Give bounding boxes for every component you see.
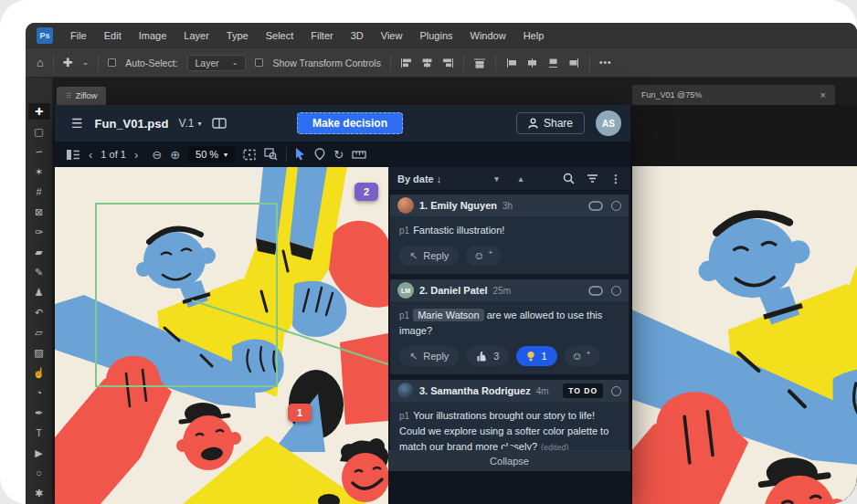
menu-window[interactable]: Window <box>471 30 506 41</box>
quick-select-tool[interactable]: ✶ <box>28 163 50 180</box>
dodge-tool[interactable]: ◔ <box>28 384 50 401</box>
thumbnails-panel-icon[interactable] <box>66 149 80 161</box>
close-icon[interactable]: × <box>820 89 826 100</box>
share-button[interactable]: Share <box>516 112 585 134</box>
comment-pin-2[interactable]: 2 <box>354 183 378 201</box>
document-view[interactable] <box>630 105 857 504</box>
menu-filter[interactable]: Filter <box>311 30 333 41</box>
frame-tool[interactable]: ⊠ <box>28 204 50 220</box>
status-circle-icon[interactable] <box>611 286 621 296</box>
crop-tool[interactable]: # <box>28 184 50 200</box>
history-brush-tool[interactable]: ↶ <box>28 304 50 320</box>
menu-plugins[interactable]: Plugins <box>419 30 452 41</box>
zoom-out-icon[interactable]: ⊖ <box>152 149 162 161</box>
divider <box>53 55 54 71</box>
proof-canvas[interactable]: 2 1 <box>55 167 388 504</box>
hand-tool[interactable]: ✱ <box>28 485 50 501</box>
menu-image[interactable]: Image <box>139 30 167 41</box>
photoshop-logo-icon[interactable]: Ps <box>37 27 53 44</box>
menu-bar: Ps File Edit Image Layer Type Select Fil… <box>26 23 857 48</box>
menu-file[interactable]: File <box>70 30 87 41</box>
comments-sort-bar: By date ↓ ▾ ▴ ⋮ <box>388 167 630 191</box>
zoom-in-icon[interactable]: ⊕ <box>170 149 180 161</box>
comment-card[interactable]: 1. Emily Nguyen 3h p1Fantastic illustrat… <box>390 194 629 274</box>
align-top-icon[interactable] <box>473 58 486 68</box>
distribute-vertical-icon[interactable] <box>547 58 559 68</box>
marquee-tool[interactable]: ▢ <box>28 123 50 140</box>
stamp-tool[interactable]: ♟ <box>28 284 50 300</box>
shape-tool[interactable]: ○ <box>28 465 50 481</box>
chevron-down-icon[interactable]: ▾ <box>494 174 499 184</box>
zoom-area-icon[interactable] <box>264 148 278 161</box>
status-circle-icon[interactable] <box>611 201 621 211</box>
eyedropper-tool[interactable]: ✑ <box>28 224 50 240</box>
menu-select[interactable]: Select <box>266 30 294 41</box>
ruler-icon[interactable] <box>352 150 366 160</box>
menu-type[interactable]: Type <box>227 30 249 41</box>
user-avatar[interactable]: AS <box>596 110 621 136</box>
status-circle-icon[interactable] <box>611 386 621 396</box>
next-page-icon[interactable]: › <box>134 149 138 161</box>
zoom-level-select[interactable]: 50 % ▾ <box>188 146 235 163</box>
menu-3d[interactable]: 3D <box>351 30 364 41</box>
select-cursor-icon[interactable] <box>295 148 306 161</box>
version-select[interactable]: V.1 ▾ <box>178 117 201 130</box>
distribute-left-icon[interactable] <box>505 58 517 68</box>
fit-screen-icon[interactable] <box>243 149 256 161</box>
auto-select-checkbox[interactable] <box>108 58 116 67</box>
show-transform-checkbox[interactable] <box>255 58 263 67</box>
add-reaction-button[interactable]: ☺+ <box>565 346 600 366</box>
chevron-up-icon[interactable]: ▴ <box>519 174 524 184</box>
comment-pin-1[interactable]: 1 <box>288 404 312 422</box>
sort-by-select[interactable]: By date ↓ <box>397 173 441 184</box>
smudge-tool[interactable]: ☝ <box>28 364 50 381</box>
search-icon[interactable] <box>563 173 575 184</box>
reply-button[interactable]: ↖ Reply <box>399 346 459 366</box>
more-options-icon[interactable]: ••• <box>599 58 612 68</box>
status-badge[interactable]: TO DO <box>563 383 603 398</box>
prev-page-icon[interactable]: ‹ <box>89 149 92 161</box>
compare-versions-icon[interactable] <box>212 118 227 129</box>
align-center-icon[interactable] <box>421 58 433 68</box>
make-decision-button[interactable]: Make decision <box>297 112 403 134</box>
collapse-button[interactable]: Collapse <box>388 450 630 471</box>
layer-select[interactable]: Layer ⌄ <box>187 55 247 71</box>
comment-pin-icon[interactable] <box>314 148 325 161</box>
align-right-icon[interactable] <box>442 58 454 68</box>
align-left-icon[interactable] <box>400 58 412 68</box>
reply-button[interactable]: ↖ Reply <box>399 246 459 266</box>
rotate-icon[interactable]: ↻ <box>333 149 344 161</box>
add-reaction-button[interactable]: ☺+ <box>466 246 502 266</box>
menu-icon[interactable]: ☰ <box>71 116 83 131</box>
chevron-down-icon[interactable]: ⌄ <box>82 58 90 67</box>
kebab-menu-icon[interactable]: ⋮ <box>610 173 621 185</box>
distribute-center-icon[interactable] <box>526 58 538 68</box>
distribute-right-icon[interactable] <box>568 58 580 68</box>
type-tool[interactable]: T <box>28 425 50 441</box>
menu-layer[interactable]: Layer <box>184 30 209 41</box>
move-tool[interactable]: ✚ <box>28 103 50 120</box>
mention-chip[interactable]: Marie Watson <box>413 309 483 321</box>
move-tool-icon[interactable]: ✚ <box>63 57 73 68</box>
comment-header: 3. Samantha Rodriguez 4m TO DO <box>390 380 629 402</box>
brush-tool[interactable]: ✎ <box>28 264 50 280</box>
like-reaction-button[interactable]: 3 <box>466 346 509 366</box>
pen-tool[interactable]: ✒ <box>28 404 50 421</box>
filter-icon[interactable] <box>587 173 598 184</box>
comment-card[interactable]: LM 2. Daniel Patel 25m <box>390 279 629 374</box>
menu-edit[interactable]: Edit <box>104 30 122 41</box>
menu-help[interactable]: Help <box>524 30 545 41</box>
eraser-tool[interactable]: ▱ <box>28 324 50 341</box>
thread-icon[interactable] <box>588 201 603 211</box>
ziflow-panel-tab[interactable]: ⠿ Ziflow <box>57 87 106 105</box>
path-select-tool[interactable]: ▶ <box>28 445 50 461</box>
document-tab[interactable]: Fun_V01 @75% × <box>632 85 835 105</box>
chevron-down-icon: ▾ <box>224 151 227 159</box>
home-icon[interactable]: ⌂ <box>37 57 44 68</box>
menu-view[interactable]: View <box>381 30 403 41</box>
gradient-tool[interactable]: ▨ <box>28 344 50 361</box>
lasso-tool[interactable]: ∽ <box>28 143 50 160</box>
idea-reaction-button[interactable]: 1 <box>516 346 556 366</box>
healing-tool[interactable]: ▰ <box>28 244 50 260</box>
thread-icon[interactable] <box>588 286 603 296</box>
